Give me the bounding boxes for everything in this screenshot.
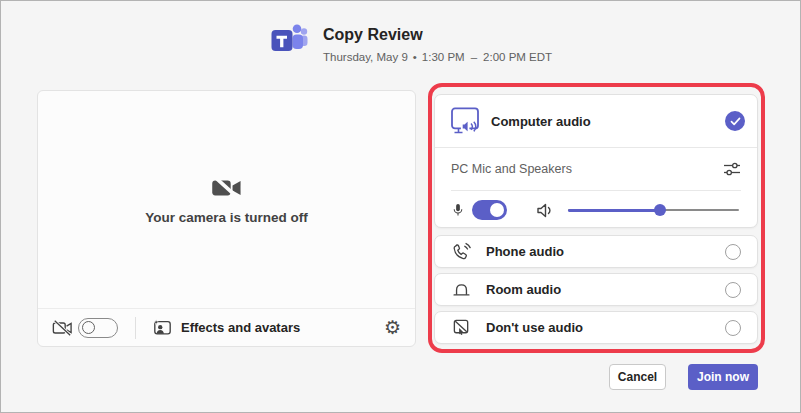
audio-device-row: PC Mic and Speakers <box>435 148 757 190</box>
cancel-button[interactable]: Cancel <box>609 364 666 390</box>
mic-volume-row <box>435 191 757 229</box>
dont-use-audio-icon <box>451 318 472 337</box>
meeting-date: Thursday, May 9 <box>323 51 408 63</box>
camera-status-text: Your camera is turned off <box>145 210 308 225</box>
dont-use-audio-label: Don't use audio <box>486 320 583 335</box>
camera-controls-bar: Effects and avatars ⚙ <box>38 308 415 346</box>
room-audio-label: Room audio <box>486 282 561 297</box>
effects-and-avatars-icon <box>153 319 172 336</box>
computer-audio-selected-check[interactable] <box>725 111 745 131</box>
bullet-separator: • <box>413 51 417 63</box>
computer-audio-card: Computer audio PC Mic and Speakers <box>434 94 758 228</box>
device-settings-gear-icon[interactable]: ⚙ <box>384 318 401 337</box>
phone-audio-option[interactable]: Phone audio <box>434 235 758 268</box>
meeting-end-time: 2:00 PM EDT <box>483 51 552 63</box>
room-audio-icon <box>451 280 472 299</box>
camera-preview-panel: Your camera is turned off Effects and av… <box>37 90 416 347</box>
computer-audio-option[interactable]: Computer audio <box>435 95 757 147</box>
meeting-start-time: 1:30 PM <box>422 51 465 63</box>
mic-icon <box>451 200 465 220</box>
room-audio-radio[interactable] <box>725 282 741 298</box>
join-now-button[interactable]: Join now <box>688 364 758 390</box>
mic-toggle-knob <box>490 203 504 217</box>
dont-use-audio-option[interactable]: Don't use audio <box>434 311 758 344</box>
meeting-title: Copy Review <box>323 26 423 44</box>
camera-toggle-knob <box>82 321 95 334</box>
camera-toggle[interactable] <box>78 318 118 338</box>
computer-audio-label: Computer audio <box>491 114 591 129</box>
dont-use-audio-radio[interactable] <box>725 320 741 336</box>
mic-toggle[interactable] <box>472 200 507 220</box>
volume-slider-fill <box>568 209 660 212</box>
meeting-datetime: Thursday, May 9•1:30 PM–2:00 PM EDT <box>323 51 552 63</box>
volume-slider-knob[interactable] <box>654 204 666 216</box>
audio-device-name: PC Mic and Speakers <box>451 162 572 176</box>
phone-audio-label: Phone audio <box>486 244 564 259</box>
speaker-icon <box>536 202 554 219</box>
camera-off-icon <box>211 175 243 201</box>
volume-slider[interactable] <box>568 203 739 217</box>
teams-logo <box>271 22 308 57</box>
audio-settings-sliders-icon[interactable] <box>723 161 741 177</box>
effects-and-avatars-label[interactable]: Effects and avatars <box>181 320 300 335</box>
room-audio-option[interactable]: Room audio <box>434 273 758 306</box>
camera-off-small-icon <box>52 319 72 337</box>
camera-preview-area: Your camera is turned off <box>38 91 415 308</box>
time-dash: – <box>471 51 477 63</box>
phone-audio-icon <box>451 242 472 261</box>
pre-join-window: Copy Review Thursday, May 9•1:30 PM–2:00… <box>0 0 801 413</box>
computer-audio-icon <box>451 107 481 135</box>
phone-audio-radio[interactable] <box>725 244 741 260</box>
divider <box>135 317 136 339</box>
